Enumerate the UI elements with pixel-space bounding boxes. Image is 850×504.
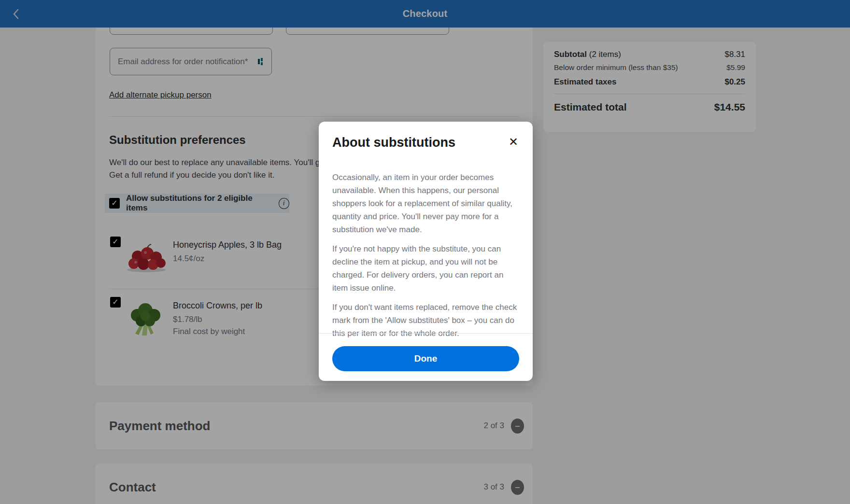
- modal-paragraph: If you don't want items replaced, remove…: [332, 301, 520, 340]
- modal-paragraph: If you're not happy with the substitute,…: [332, 242, 520, 294]
- modal-body: Occasionally, an item in your order beco…: [332, 171, 520, 346]
- about-substitutions-modal: About substitutions ✕ Occasionally, an i…: [319, 122, 533, 381]
- close-icon[interactable]: ✕: [506, 134, 521, 150]
- modal-paragraph: Occasionally, an item in your order beco…: [332, 171, 520, 236]
- checkout-page: Checkout Email address for order notific…: [0, 0, 850, 504]
- done-button[interactable]: Done: [332, 346, 519, 371]
- divider: [319, 333, 533, 334]
- modal-title: About substitutions: [332, 135, 455, 150]
